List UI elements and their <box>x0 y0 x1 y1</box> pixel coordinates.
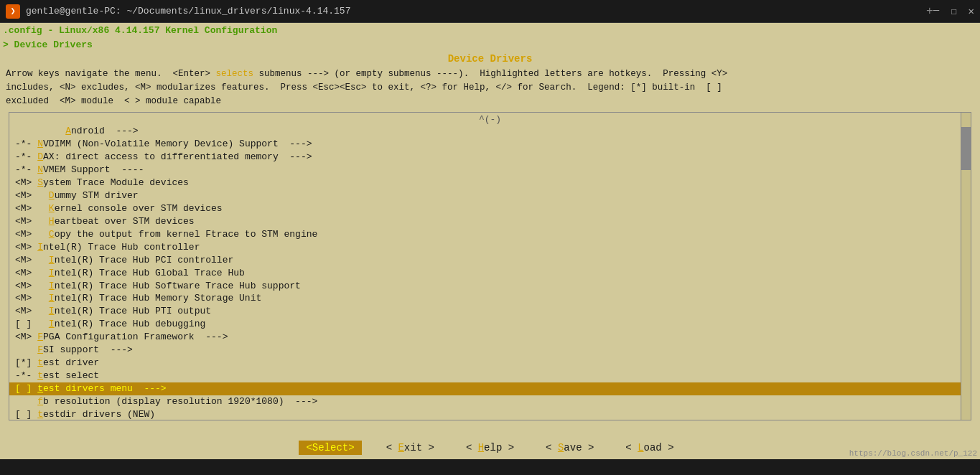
exit-label-rest: xit > <box>404 442 434 453</box>
list-item[interactable]: <M> Intel(R) Trace Hub controller <box>9 241 971 254</box>
help-text-block: Arrow keys navigate the menu. <Enter> se… <box>0 66 980 109</box>
terminal-area: .config - Linux/x86 4.14.157 Kernel Conf… <box>0 23 980 459</box>
save-button[interactable]: < Save > <box>538 441 601 455</box>
list-item[interactable]: -*- NVMEM Support ---- <box>9 164 971 177</box>
maximize-button[interactable]: ☐ <box>951 5 956 17</box>
list-item[interactable]: -*- test select <box>9 370 971 382</box>
list-item[interactable]: <M> System Trace Module devices <box>9 177 971 189</box>
list-item[interactable]: <M> Heartbeat over STM devices <box>9 215 971 228</box>
exit-arrow-left: < <box>386 442 398 453</box>
select-button[interactable]: <Select> <box>299 441 361 455</box>
new-tab-button[interactable]: + <box>926 5 933 18</box>
list-item[interactable]: [*] test driver <box>9 357 971 370</box>
save-label-rest: ave > <box>564 442 594 453</box>
list-item[interactable]: <M> Intel(R) Trace Hub Global Trace Hub <box>9 267 971 280</box>
list-item[interactable]: -*- NVDIMM (Non-Volatile Memory Device) … <box>9 138 971 151</box>
section-title-bar: Device Drivers <box>0 52 980 66</box>
list-item[interactable]: <M> FPGA Configuration Framework ---> <box>9 331 971 344</box>
list-item[interactable]: [ ] Intel(R) Trace Hub debugging <box>9 318 971 331</box>
list-item-selected[interactable]: [ ] test dirvers menu ---> <box>9 382 971 395</box>
bottom-button-bar: <Select> < Exit > < Help > < Save > < Lo… <box>0 436 980 459</box>
list-item[interactable]: <M> Kernel console over STM devices <box>9 202 971 215</box>
help-arrow-left: < <box>466 442 478 453</box>
help-label-rest: elp > <box>484 442 514 453</box>
save-arrow-left: < <box>546 442 558 453</box>
breadcrumb-line1: .config - Linux/x86 4.14.157 Kernel Conf… <box>0 23 980 37</box>
list-item[interactable]: <M> Intel(R) Trace Hub Memory Storage Un… <box>9 292 971 305</box>
watermark: https://blog.csdn.net/p_122 <box>849 449 977 458</box>
list-item[interactable]: <M> Intel(R) Trace Hub PCI controller <box>9 254 971 267</box>
current-path: > Device Drivers <box>3 39 93 50</box>
load-arrow-left: < <box>625 442 638 453</box>
scrollbar[interactable] <box>961 113 971 420</box>
list-item[interactable]: fb resolution (display resolution 1920*1… <box>9 395 971 408</box>
titlebar: ❯ gentle@gentle-PC: ~/Documents/linux_dr… <box>0 0 980 23</box>
window-title: gentle@gentle-PC: ~/Documents/linux_driv… <box>26 6 919 17</box>
load-label-hotkey: L <box>638 442 643 453</box>
section-title: Device Drivers <box>448 53 533 65</box>
list-item[interactable]: [ ] testdir drivers (NEW) <box>9 408 971 420</box>
list-item[interactable]: <M> Intel(R) Trace Hub Software Trace Hu… <box>9 280 971 293</box>
exit-label-hotkey: E <box>398 442 403 453</box>
menu-box: ^(-) Android ---> -*- NVDIMM (Non-Volati… <box>9 112 971 420</box>
list-item[interactable]: Android ---> <box>9 125 971 138</box>
help-label-hotkey: H <box>478 442 484 453</box>
help-button[interactable]: < Help > <box>459 441 521 455</box>
load-label-rest: oad > <box>644 442 674 453</box>
list-item[interactable]: FSI support ---> <box>9 344 971 357</box>
minimize-button[interactable]: ─ <box>933 5 939 17</box>
terminal-icon: ❯ <box>6 4 20 19</box>
list-item[interactable]: <M> Copy the output from kernel Ftrace t… <box>9 228 971 241</box>
breadcrumb-line2: > Device Drivers <box>0 37 980 52</box>
kconfig-path: .config - Linux/x86 4.14.157 Kernel Conf… <box>3 25 277 36</box>
scrollbar-thumb[interactable] <box>961 127 971 170</box>
close-button[interactable]: ✕ <box>969 5 974 17</box>
window-controls[interactable]: ─ ☐ ✕ <box>933 5 974 17</box>
help-line-1: Arrow keys navigate the menu. <Enter> se… <box>6 67 974 81</box>
help-line-3: excluded <M> module < > module capable <box>6 95 974 108</box>
list-item[interactable]: -*- DAX: direct access to differentiated… <box>9 151 971 164</box>
list-item[interactable]: <M> Intel(R) Trace Hub PTI output <box>9 305 971 318</box>
menu-content: ^(-) Android ---> -*- NVDIMM (Non-Volati… <box>9 113 971 420</box>
list-item[interactable]: <M> Dummy STM driver <box>9 189 971 202</box>
help-line-2: includes, <N> excludes, <M> modularizes … <box>6 81 974 95</box>
scroll-indicator: ^(-) <box>9 114 971 125</box>
load-button[interactable]: < Load > <box>618 441 681 455</box>
terminal-content: .config - Linux/x86 4.14.157 Kernel Conf… <box>0 23 980 459</box>
exit-button[interactable]: < Exit > <box>379 441 442 455</box>
